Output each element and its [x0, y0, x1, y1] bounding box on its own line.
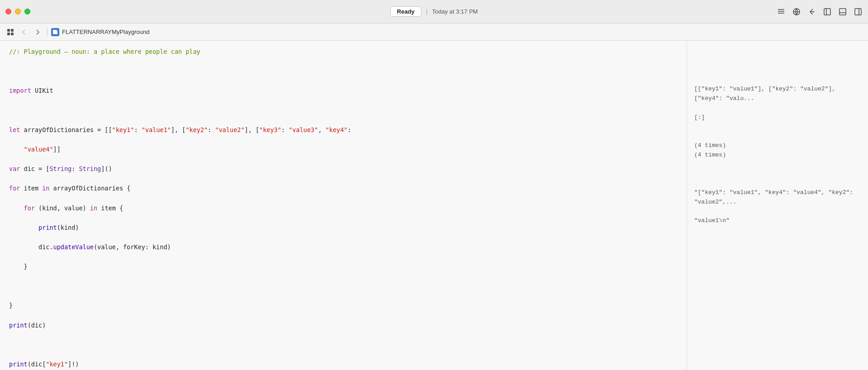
- output-blank-import-gap: [694, 57, 861, 66]
- code-blank-4: [9, 340, 677, 350]
- title-separator: |: [426, 8, 428, 15]
- svg-rect-6: [824, 9, 830, 15]
- output-blank-import: [694, 66, 861, 76]
- svg-rect-8: [839, 9, 846, 15]
- file-icon: [51, 28, 59, 36]
- link-icon[interactable]: [792, 7, 801, 16]
- format-icon[interactable]: [777, 7, 786, 16]
- filename-label: FLATTERNARRAYMyPlayground: [62, 28, 149, 35]
- code-for-inner: for (kind, value) in item {: [9, 204, 677, 213]
- code-close-outer: }: [9, 301, 677, 311]
- traffic-lights: [5, 9, 30, 14]
- main-area: //: Playground – noun: a place where peo…: [0, 41, 868, 370]
- output-let-2: [694, 104, 861, 113]
- title-time: Today at 3:17 PM: [432, 8, 478, 15]
- back-nav-button[interactable]: [18, 26, 30, 38]
- output-blank-2: [694, 75, 861, 85]
- forward-nav-button[interactable]: [32, 26, 43, 38]
- code-import: import UIKit: [9, 86, 677, 96]
- output-print-key1: "value1\n": [694, 216, 861, 226]
- panel-right-icon[interactable]: [854, 7, 863, 16]
- code-let-2: "value4"]]: [9, 145, 677, 155]
- code-close-inner: }: [9, 262, 677, 272]
- title-center: Ready | Today at 3:17 PM: [390, 6, 478, 17]
- toolbar: FLATTERNARRAYMyPlayground: [0, 24, 868, 41]
- code-print-key1: print(dic["key1"]!): [9, 360, 677, 370]
- close-button[interactable]: [5, 9, 11, 14]
- title-right-icons: [777, 7, 863, 16]
- code-print-dic: print(dic): [9, 321, 677, 331]
- toolbar-separator: [47, 28, 48, 36]
- output-for-outer: [694, 122, 861, 132]
- code-blank-3: [9, 281, 677, 291]
- code-blank-1: [9, 66, 677, 76]
- output-blank-comment: [694, 47, 861, 57]
- code-var: var dic = [String: String](): [9, 164, 677, 174]
- output-close-inner: [694, 160, 861, 170]
- output-close-outer: [694, 179, 861, 188]
- output-let-line: [["key1": "value1"], ["key2": "value2"],…: [694, 85, 861, 104]
- output-panel: [["key1": "value1"], ["key2": "value2"],…: [687, 41, 868, 370]
- panel-left-icon[interactable]: [823, 7, 832, 16]
- output-dic-update: (4 times): [694, 151, 861, 160]
- back-arrow-icon[interactable]: [807, 7, 816, 16]
- output-blank-4: [694, 207, 861, 217]
- output-blank-3: [694, 169, 861, 179]
- status-badge: Ready: [390, 6, 421, 17]
- code-for-outer: for item in arrayOfDictionaries {: [9, 184, 677, 194]
- title-bar: Ready | Today at 3:17 PM: [0, 0, 868, 24]
- panel-bottom-icon[interactable]: [838, 7, 847, 16]
- svg-rect-10: [855, 9, 861, 15]
- code-editor[interactable]: //: Playground – noun: a place where peo…: [0, 41, 687, 370]
- code-comment: //: Playground – noun: a place where peo…: [9, 47, 677, 57]
- code-dic-update: dic.updateValue(value, forKey: kind): [9, 242, 677, 252]
- minimize-button[interactable]: [15, 9, 21, 14]
- output-var: [:]: [694, 113, 861, 123]
- file-info: FLATTERNARRAYMyPlayground: [51, 28, 149, 36]
- output-for-inner: [694, 132, 861, 141]
- code-let-1: let arrayOfDictionaries = [["key1": "val…: [9, 125, 677, 135]
- code-print-kind: print(kind): [9, 223, 677, 233]
- grid-view-button[interactable]: [5, 26, 16, 38]
- fullscreen-button[interactable]: [24, 9, 30, 14]
- code-blank-2: [9, 106, 677, 116]
- output-print-kind: (4 times): [694, 141, 861, 151]
- output-print-dic: "["key1": "value1", "key4": "value4", "k…: [694, 188, 861, 207]
